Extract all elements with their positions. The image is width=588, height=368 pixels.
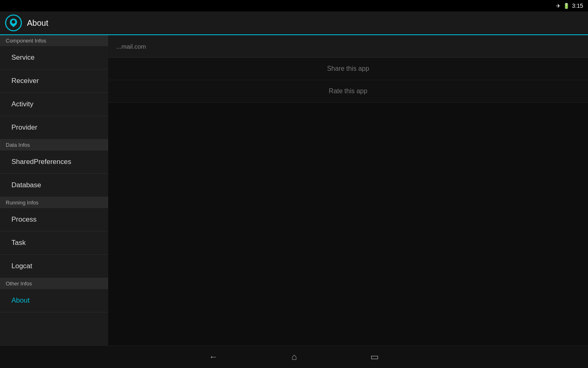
sidebar-item-activity[interactable]: Activity [0,93,108,116]
battery-icon: 🔋 [563,3,570,9]
nav-bar: ← ⌂ ▭ [0,346,588,368]
airplane-icon: ✈ [556,3,561,9]
main-content: ...mail.com Share this app Rate this app [108,35,588,346]
status-bar: ✈ 🔋 3:15 [0,0,588,11]
share-app-row[interactable]: Share this app [108,58,588,80]
share-app-label: Share this app [327,65,369,72]
sidebar: Component InfosServiceReceiverActivityPr… [0,35,108,346]
svg-point-1 [12,20,16,24]
app-logo-icon [5,14,22,31]
sidebar-item-task[interactable]: Task [0,231,108,255]
email-bar: ...mail.com [108,35,588,58]
rate-app-label: Rate this app [329,88,367,95]
recents-button[interactable]: ▭ [370,352,379,362]
sidebar-section-header-0: Component Infos [0,35,108,46]
sidebar-item-logcat[interactable]: Logcat [0,255,108,278]
rate-app-row[interactable]: Rate this app [108,80,588,103]
sidebar-item-service[interactable]: Service [0,46,108,70]
sidebar-item-sharedpreferences[interactable]: SharedPreferences [0,150,108,174]
time-display: 3:15 [572,2,583,9]
sidebar-section-header-1: Data Infos [0,139,108,150]
sidebar-section-header-2: Running Infos [0,197,108,208]
sidebar-item-receiver[interactable]: Receiver [0,70,108,93]
sidebar-section-header-3: Other Infos [0,278,108,289]
back-button[interactable]: ← [209,352,218,362]
action-bar: About [0,11,588,35]
sidebar-item-database[interactable]: Database [0,174,108,197]
sidebar-item-process[interactable]: Process [0,208,108,231]
home-button[interactable]: ⌂ [292,352,297,362]
dark-area [108,103,588,346]
app-title: About [27,18,48,28]
sidebar-item-provider[interactable]: Provider [0,116,108,139]
email-text: ...mail.com [116,43,146,50]
sidebar-item-about[interactable]: About [0,289,108,312]
